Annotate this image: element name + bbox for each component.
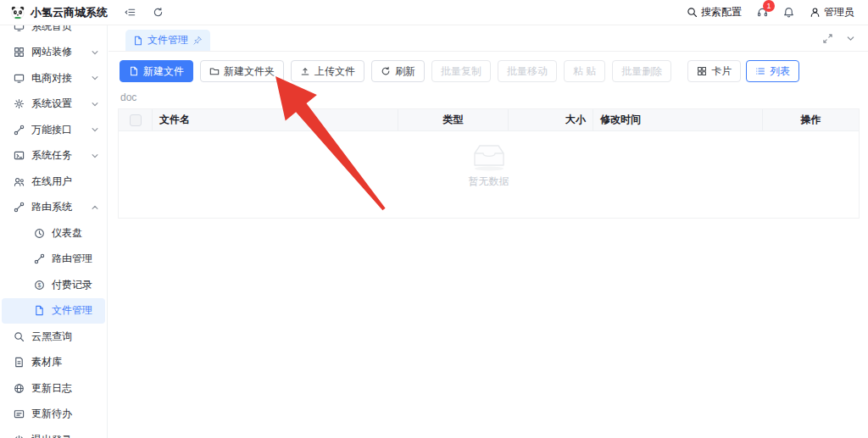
reload-icon: [153, 7, 164, 18]
sidebar-item-cloud-blacklist-query[interactable]: 云黑查询: [2, 324, 105, 350]
sidebar-item-label: 系统首页: [31, 25, 100, 34]
sidebar-collapse-button[interactable]: [125, 7, 136, 18]
file-table: 文件名 类型 大小 修改时间 操作 暂无数据: [118, 108, 860, 219]
sidebar-item-dashboard[interactable]: 仪表盘: [2, 220, 105, 247]
chevron-up-icon: [90, 202, 100, 213]
tab-file-management[interactable]: 文件管理: [125, 30, 210, 51]
card-view-button[interactable]: 卡片: [687, 60, 741, 82]
sidebar-item-label: 退出登录: [31, 433, 100, 438]
list-icon: [755, 66, 765, 76]
sidebar-item-label: 文件管理: [52, 303, 100, 318]
sidebar-item-label: 更新待办: [31, 407, 100, 421]
batch-copy-button[interactable]: 批量复制: [431, 60, 491, 82]
header-actions: 搜索配置 1 管理员: [687, 5, 868, 19]
breadcrumb-segment[interactable]: doc: [120, 91, 136, 103]
globe-icon: [14, 383, 25, 394]
page-reload-button[interactable]: [153, 7, 164, 18]
sidebar-item-home[interactable]: 系统首页: [2, 25, 105, 40]
sidebar-item-label: 路由管理: [52, 252, 100, 266]
refresh-button[interactable]: 刷新: [371, 60, 425, 82]
chevron-down-icon: [90, 73, 100, 83]
empty-inbox-icon: [470, 141, 509, 172]
tab-pin-button[interactable]: [192, 36, 203, 46]
sidebar-item-label: 云黑查询: [31, 330, 100, 344]
empty-state: 暂无数据: [119, 141, 859, 189]
users-icon: [14, 176, 25, 187]
sidebar-item-site-decoration[interactable]: 网站装修: [2, 40, 105, 66]
batch-move-button[interactable]: 批量移动: [498, 60, 557, 82]
gear-icon: [14, 98, 25, 109]
app-title: 小氢云商城系统: [31, 5, 108, 20]
notification-badge: 1: [763, 0, 775, 12]
sidebar-item-label: 电商对接: [31, 71, 90, 86]
upload-file-button[interactable]: 上传文件: [291, 60, 364, 82]
file-icon: [133, 36, 143, 46]
sidebar-item-label: 付费记录: [52, 278, 100, 292]
sidebar-item-label: 系统任务: [31, 148, 90, 163]
chevron-down-icon: [90, 47, 100, 58]
monitor-icon: [14, 25, 25, 32]
sidebar-item-route-management[interactable]: 路由管理: [2, 247, 105, 273]
pin-icon: [192, 36, 203, 46]
sidebar-item-file-management[interactable]: 文件管理: [2, 298, 105, 324]
tab-label: 文件管理: [147, 33, 188, 47]
grid-icon: [14, 47, 25, 58]
notifications-button[interactable]: [783, 7, 794, 18]
empty-state-text: 暂无数据: [469, 175, 509, 189]
user-menu[interactable]: 管理员: [810, 5, 854, 19]
link-icon: [14, 125, 25, 136]
sidebar-item-update-todo[interactable]: 更新待办: [2, 402, 105, 428]
gauge-icon: [34, 228, 45, 239]
sidebar-item-changelog[interactable]: 更新日志: [2, 375, 105, 402]
batch-delete-button[interactable]: 批量删除: [612, 60, 671, 82]
table-body: 暂无数据: [119, 131, 859, 218]
sidebar-item-label: 万能接口: [31, 123, 90, 137]
column-header-size: 大小: [509, 109, 593, 130]
fullscreen-button[interactable]: [822, 33, 833, 44]
sidebar-item-label: 素材库: [31, 355, 100, 369]
chevron-down-icon: [90, 151, 100, 161]
power-icon: [14, 435, 25, 438]
search-config-button[interactable]: 搜索配置: [687, 5, 742, 19]
refresh-label: 刷新: [395, 64, 415, 79]
sidebar-item-payment-records[interactable]: 付费记录: [2, 272, 105, 298]
file-icon: [129, 66, 139, 76]
document-icon: [14, 357, 25, 368]
select-all-checkbox[interactable]: [130, 114, 142, 126]
list-view-button[interactable]: 列表: [746, 60, 799, 82]
search-config-label: 搜索配置: [701, 5, 742, 19]
new-file-label: 新建文件: [143, 64, 184, 79]
sidebar-item-label: 网站装修: [31, 45, 90, 59]
tab-options-button[interactable]: [845, 33, 856, 44]
user-name: 管理员: [824, 5, 854, 19]
refresh-icon: [381, 66, 391, 76]
column-header-actions: 操作: [763, 109, 859, 130]
sidebar-item-material-library[interactable]: 素材库: [2, 350, 105, 376]
column-header-type: 类型: [398, 109, 509, 130]
sidebar-item-system-settings[interactable]: 系统设置: [2, 91, 105, 118]
main-content: 新建文件 新建文件夹 上传文件 刷新 批量复制 批量移动 粘 贴 批量删除 卡片…: [108, 53, 868, 438]
tab-bar-actions: [822, 25, 868, 51]
sidebar-item-universal-api[interactable]: 万能接口: [2, 117, 105, 143]
sidebar-item-system-tasks[interactable]: 系统任务: [2, 143, 105, 169]
list-view-label: 列表: [770, 64, 790, 79]
terminal-icon: [14, 150, 25, 161]
sidebar-item-label: 更新日志: [31, 381, 100, 396]
sidebar-menu: 系统首页 网站装修 电商对接 系统设置 万能接口 系统任务: [0, 25, 107, 438]
sidebar: 系统首页 网站装修 电商对接 系统设置 万能接口 系统任务: [0, 25, 108, 438]
support-button[interactable]: 1: [757, 7, 768, 18]
dollar-icon: [34, 280, 45, 291]
grid-icon: [697, 66, 707, 76]
new-file-button[interactable]: 新建文件: [120, 60, 193, 82]
sidebar-item-logout[interactable]: 退出登录: [2, 427, 105, 438]
chevron-down-icon: [845, 33, 856, 44]
expand-icon: [822, 33, 833, 44]
upload-file-label: 上传文件: [314, 64, 355, 79]
paste-button[interactable]: 粘 贴: [564, 60, 605, 82]
sidebar-item-ecommerce-docking[interactable]: 电商对接: [2, 65, 105, 91]
new-folder-button[interactable]: 新建文件夹: [200, 60, 284, 82]
sidebar-item-online-users[interactable]: 在线用户: [2, 169, 105, 195]
view-toggle: 卡片 列表: [687, 60, 799, 82]
bell-icon: [783, 7, 794, 18]
sidebar-item-routing-system[interactable]: 路由系统: [2, 195, 105, 221]
